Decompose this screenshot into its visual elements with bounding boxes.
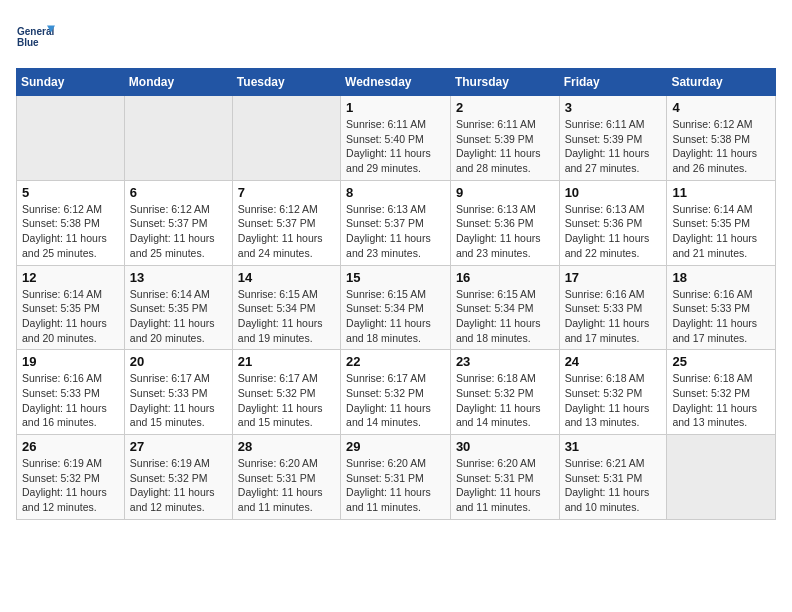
day-number: 11 <box>672 185 770 200</box>
logo-icon: General Blue <box>16 16 56 56</box>
day-number: 24 <box>565 354 662 369</box>
day-info: Sunrise: 6:11 AMSunset: 5:40 PMDaylight:… <box>346 117 445 176</box>
day-info: Sunrise: 6:15 AMSunset: 5:34 PMDaylight:… <box>456 287 554 346</box>
day-number: 16 <box>456 270 554 285</box>
day-info: Sunrise: 6:18 AMSunset: 5:32 PMDaylight:… <box>672 371 770 430</box>
day-number: 17 <box>565 270 662 285</box>
weekday-header-saturday: Saturday <box>667 69 776 96</box>
day-number: 18 <box>672 270 770 285</box>
calendar-cell: 7Sunrise: 6:12 AMSunset: 5:37 PMDaylight… <box>232 180 340 265</box>
day-number: 13 <box>130 270 227 285</box>
calendar-cell: 26Sunrise: 6:19 AMSunset: 5:32 PMDayligh… <box>17 435 125 520</box>
calendar-cell <box>667 435 776 520</box>
day-number: 7 <box>238 185 335 200</box>
calendar-cell: 6Sunrise: 6:12 AMSunset: 5:37 PMDaylight… <box>124 180 232 265</box>
calendar-header-row: SundayMondayTuesdayWednesdayThursdayFrid… <box>17 69 776 96</box>
calendar-cell: 27Sunrise: 6:19 AMSunset: 5:32 PMDayligh… <box>124 435 232 520</box>
calendar-cell: 20Sunrise: 6:17 AMSunset: 5:33 PMDayligh… <box>124 350 232 435</box>
calendar-cell: 22Sunrise: 6:17 AMSunset: 5:32 PMDayligh… <box>341 350 451 435</box>
day-number: 12 <box>22 270 119 285</box>
day-number: 2 <box>456 100 554 115</box>
calendar-cell <box>232 96 340 181</box>
day-number: 28 <box>238 439 335 454</box>
day-number: 6 <box>130 185 227 200</box>
calendar-cell: 31Sunrise: 6:21 AMSunset: 5:31 PMDayligh… <box>559 435 667 520</box>
day-info: Sunrise: 6:19 AMSunset: 5:32 PMDaylight:… <box>130 456 227 515</box>
day-info: Sunrise: 6:19 AMSunset: 5:32 PMDaylight:… <box>22 456 119 515</box>
day-info: Sunrise: 6:14 AMSunset: 5:35 PMDaylight:… <box>672 202 770 261</box>
day-info: Sunrise: 6:14 AMSunset: 5:35 PMDaylight:… <box>130 287 227 346</box>
day-info: Sunrise: 6:17 AMSunset: 5:32 PMDaylight:… <box>346 371 445 430</box>
calendar-cell: 1Sunrise: 6:11 AMSunset: 5:40 PMDaylight… <box>341 96 451 181</box>
calendar-cell: 21Sunrise: 6:17 AMSunset: 5:32 PMDayligh… <box>232 350 340 435</box>
weekday-header-friday: Friday <box>559 69 667 96</box>
calendar-week-row: 5Sunrise: 6:12 AMSunset: 5:38 PMDaylight… <box>17 180 776 265</box>
day-info: Sunrise: 6:18 AMSunset: 5:32 PMDaylight:… <box>456 371 554 430</box>
day-info: Sunrise: 6:12 AMSunset: 5:37 PMDaylight:… <box>130 202 227 261</box>
page-header: General Blue <box>16 16 776 56</box>
day-info: Sunrise: 6:13 AMSunset: 5:37 PMDaylight:… <box>346 202 445 261</box>
day-number: 30 <box>456 439 554 454</box>
calendar-cell: 15Sunrise: 6:15 AMSunset: 5:34 PMDayligh… <box>341 265 451 350</box>
day-number: 3 <box>565 100 662 115</box>
day-number: 8 <box>346 185 445 200</box>
day-info: Sunrise: 6:20 AMSunset: 5:31 PMDaylight:… <box>346 456 445 515</box>
day-info: Sunrise: 6:15 AMSunset: 5:34 PMDaylight:… <box>346 287 445 346</box>
calendar-cell <box>124 96 232 181</box>
calendar-cell: 9Sunrise: 6:13 AMSunset: 5:36 PMDaylight… <box>450 180 559 265</box>
calendar-cell: 18Sunrise: 6:16 AMSunset: 5:33 PMDayligh… <box>667 265 776 350</box>
day-info: Sunrise: 6:13 AMSunset: 5:36 PMDaylight:… <box>456 202 554 261</box>
day-info: Sunrise: 6:13 AMSunset: 5:36 PMDaylight:… <box>565 202 662 261</box>
weekday-header-thursday: Thursday <box>450 69 559 96</box>
day-number: 5 <box>22 185 119 200</box>
day-info: Sunrise: 6:11 AMSunset: 5:39 PMDaylight:… <box>456 117 554 176</box>
day-number: 15 <box>346 270 445 285</box>
calendar-week-row: 1Sunrise: 6:11 AMSunset: 5:40 PMDaylight… <box>17 96 776 181</box>
calendar-cell: 11Sunrise: 6:14 AMSunset: 5:35 PMDayligh… <box>667 180 776 265</box>
day-info: Sunrise: 6:12 AMSunset: 5:37 PMDaylight:… <box>238 202 335 261</box>
calendar-week-row: 26Sunrise: 6:19 AMSunset: 5:32 PMDayligh… <box>17 435 776 520</box>
day-number: 23 <box>456 354 554 369</box>
calendar-cell: 29Sunrise: 6:20 AMSunset: 5:31 PMDayligh… <box>341 435 451 520</box>
calendar-cell: 13Sunrise: 6:14 AMSunset: 5:35 PMDayligh… <box>124 265 232 350</box>
day-info: Sunrise: 6:12 AMSunset: 5:38 PMDaylight:… <box>672 117 770 176</box>
calendar-cell: 5Sunrise: 6:12 AMSunset: 5:38 PMDaylight… <box>17 180 125 265</box>
day-number: 10 <box>565 185 662 200</box>
calendar-week-row: 12Sunrise: 6:14 AMSunset: 5:35 PMDayligh… <box>17 265 776 350</box>
day-info: Sunrise: 6:16 AMSunset: 5:33 PMDaylight:… <box>565 287 662 346</box>
weekday-header-tuesday: Tuesday <box>232 69 340 96</box>
logo: General Blue <box>16 16 56 56</box>
day-number: 31 <box>565 439 662 454</box>
day-number: 21 <box>238 354 335 369</box>
calendar-body: 1Sunrise: 6:11 AMSunset: 5:40 PMDaylight… <box>17 96 776 520</box>
calendar-cell: 4Sunrise: 6:12 AMSunset: 5:38 PMDaylight… <box>667 96 776 181</box>
calendar-cell: 17Sunrise: 6:16 AMSunset: 5:33 PMDayligh… <box>559 265 667 350</box>
day-number: 20 <box>130 354 227 369</box>
day-info: Sunrise: 6:18 AMSunset: 5:32 PMDaylight:… <box>565 371 662 430</box>
day-info: Sunrise: 6:20 AMSunset: 5:31 PMDaylight:… <box>456 456 554 515</box>
day-info: Sunrise: 6:14 AMSunset: 5:35 PMDaylight:… <box>22 287 119 346</box>
day-info: Sunrise: 6:17 AMSunset: 5:32 PMDaylight:… <box>238 371 335 430</box>
calendar-cell: 25Sunrise: 6:18 AMSunset: 5:32 PMDayligh… <box>667 350 776 435</box>
day-info: Sunrise: 6:17 AMSunset: 5:33 PMDaylight:… <box>130 371 227 430</box>
day-number: 4 <box>672 100 770 115</box>
calendar-cell: 12Sunrise: 6:14 AMSunset: 5:35 PMDayligh… <box>17 265 125 350</box>
calendar-cell: 10Sunrise: 6:13 AMSunset: 5:36 PMDayligh… <box>559 180 667 265</box>
calendar-cell: 24Sunrise: 6:18 AMSunset: 5:32 PMDayligh… <box>559 350 667 435</box>
day-number: 19 <box>22 354 119 369</box>
day-number: 25 <box>672 354 770 369</box>
calendar-cell: 8Sunrise: 6:13 AMSunset: 5:37 PMDaylight… <box>341 180 451 265</box>
calendar-cell: 16Sunrise: 6:15 AMSunset: 5:34 PMDayligh… <box>450 265 559 350</box>
day-number: 26 <box>22 439 119 454</box>
calendar-cell: 2Sunrise: 6:11 AMSunset: 5:39 PMDaylight… <box>450 96 559 181</box>
day-number: 9 <box>456 185 554 200</box>
day-number: 1 <box>346 100 445 115</box>
day-number: 27 <box>130 439 227 454</box>
day-info: Sunrise: 6:16 AMSunset: 5:33 PMDaylight:… <box>672 287 770 346</box>
weekday-header-sunday: Sunday <box>17 69 125 96</box>
day-info: Sunrise: 6:20 AMSunset: 5:31 PMDaylight:… <box>238 456 335 515</box>
calendar-cell: 30Sunrise: 6:20 AMSunset: 5:31 PMDayligh… <box>450 435 559 520</box>
calendar-cell: 28Sunrise: 6:20 AMSunset: 5:31 PMDayligh… <box>232 435 340 520</box>
logo: General Blue <box>16 16 56 56</box>
calendar-cell: 14Sunrise: 6:15 AMSunset: 5:34 PMDayligh… <box>232 265 340 350</box>
